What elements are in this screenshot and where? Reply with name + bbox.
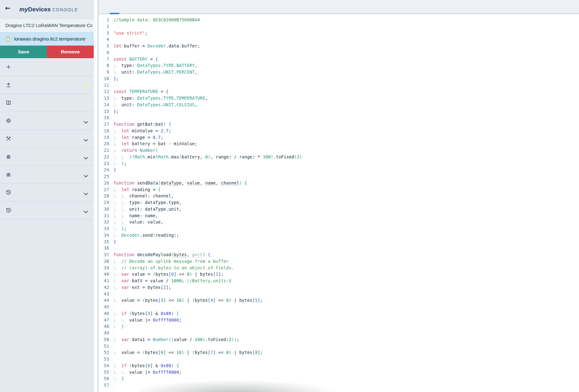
indent-guide: [114, 323, 121, 330]
sidebar-item-device-session[interactable]: [0, 184, 94, 202]
sidebar-item-import-codec[interactable]: [0, 76, 94, 94]
code-line[interactable]: 55value·|=·0xffff0000;: [98, 369, 579, 376]
code-line[interactable]: 26function·sendData(dataType,·value,·nam…: [98, 180, 579, 186]
code-line[interactable]: 23);: [98, 160, 579, 167]
line-number: 28: [98, 193, 114, 199]
back-button[interactable]: ←: [5, 5, 11, 12]
code-line[interactable]: 39//·(array)·of·bytes·to·an·object·of·fi…: [98, 265, 579, 271]
indent-guide: [114, 219, 121, 225]
code-line[interactable]: 45: [98, 304, 579, 310]
code-line[interactable]: 46if·(bytes[3]·&·0x80)·{: [98, 310, 579, 317]
code-line[interactable]: 52value·=·(bytes[6]·<<·16)·|·(bytes[7]·<…: [98, 349, 579, 356]
code-line[interactable]: 2: [98, 23, 579, 30]
line-number: 47: [98, 317, 114, 323]
code-line[interactable]: 17function·getBat(bat)·{: [98, 121, 579, 128]
code-line[interactable]: 28channel:·channel,: [98, 193, 579, 199]
chevron-down-icon[interactable]: [84, 191, 88, 194]
code-line[interactable]: 51: [98, 343, 579, 350]
chevron-down-icon[interactable]: [84, 155, 88, 158]
line-number: 5: [98, 43, 114, 49]
code-line[interactable]: 36: [98, 245, 579, 251]
code-line[interactable]: 7const·BATTERY·=·{: [98, 56, 579, 63]
code-line[interactable]: 21return·Number(: [98, 147, 579, 154]
tab-readme-md[interactable]: [148, 0, 157, 14]
sidebar-item-device-options[interactable]: [0, 202, 94, 219]
code-line[interactable]: 3"use·strict";: [98, 30, 579, 36]
code-line[interactable]: 38//·Decode·an·uplink·message·from·a·buf…: [98, 258, 579, 265]
code-line[interactable]: 35}: [98, 239, 579, 245]
editor-tabbar: [98, 0, 579, 14]
code-line[interactable]: 43: [98, 291, 579, 297]
chevron-down-icon[interactable]: [84, 137, 88, 140]
code-line[interactable]: 9unit:·DataTypes.UNIT.PERCENT,: [98, 69, 579, 75]
code-line[interactable]: 48}: [98, 323, 579, 330]
code-line[interactable]: 37function·decodePayload(bytes,·port)·{: [98, 251, 579, 258]
code-line[interactable]: 31name:·name,: [98, 213, 579, 219]
chevron-down-icon[interactable]: [84, 173, 88, 176]
codec-title[interactable]: Dragino LTC2 LoRaWAN Temperature Cc: [0, 19, 94, 32]
code-line[interactable]: 10};: [98, 75, 579, 82]
indent-guide: [114, 186, 121, 193]
sidebar-item-encoder-debug[interactable]: [0, 166, 94, 184]
code-line[interactable]: 27let·reading·=·{: [98, 186, 579, 193]
code-line[interactable]: 6: [98, 49, 579, 56]
line-number: 22: [98, 154, 114, 160]
code-line[interactable]: 30unit:·dataType.unit,: [98, 206, 579, 213]
selected-codec-item[interactable]: lorawan.dragino.ltc2.temperature: [0, 32, 94, 46]
code-line[interactable]: 40var·value·=·(bytes[0]·<<·8)·|·bytes[1]…: [98, 271, 579, 278]
indent-guide: [114, 62, 121, 69]
code-line[interactable]: 8type:·DataTypes.TYPE.BATTERY,: [98, 62, 579, 69]
sidebar-item-codec-options[interactable]: [0, 112, 94, 130]
sidebar-item-decoder-builder[interactable]: [0, 130, 94, 148]
code-line[interactable]: 42var·ext·=·bytes[2];: [98, 284, 579, 291]
code-line[interactable]: 13type:·DataTypes.TYPE.TEMPERATURE,: [98, 95, 579, 102]
code-line[interactable]: 32value:·value,: [98, 219, 579, 225]
sidebar-scrollbar-track[interactable]: [94, 0, 98, 392]
code-line[interactable]: 12const·TEMPERATURE·=·{: [98, 88, 579, 95]
code-line[interactable]: 41var·batV·=·value·/·1000;·//Battery,uni…: [98, 278, 579, 284]
code-line[interactable]: 22((Math.min(Math.max(battery,·0),·range…: [98, 154, 579, 160]
code-line[interactable]: 15};: [98, 108, 579, 115]
code-line[interactable]: 14unit:·DataTypes.UNIT.CELSIUS,: [98, 102, 579, 108]
sidebar-item-new-codec[interactable]: [0, 58, 94, 76]
code-line[interactable]: 33};: [98, 225, 579, 232]
sidebar-item-decoder-debug[interactable]: [0, 148, 94, 166]
code-line[interactable]: 4: [98, 36, 579, 43]
tab-encoder-js[interactable]: [129, 0, 138, 14]
code-line[interactable]: 18let·minValue·=·2.7;: [98, 128, 579, 134]
line-number: 15: [98, 108, 114, 115]
code-line[interactable]: 54if·(bytes[6]·&·0x80)·{: [98, 362, 579, 369]
indent-guide: [121, 219, 129, 225]
code-line[interactable]: 34Decoder.send(reading);: [98, 232, 579, 239]
code-line[interactable]: 29type:·dataType.type,: [98, 199, 579, 206]
code-line[interactable]: 5let·buffer·=·Decoder.data.buffer;: [98, 43, 579, 49]
code-line[interactable]: 16: [98, 114, 579, 121]
remove-button[interactable]: Remove: [47, 46, 94, 58]
code-line[interactable]: 44value·=·(bytes[3]·<<·16)·|·(bytes[4]·<…: [98, 297, 579, 304]
code-line[interactable]: 56}: [98, 375, 579, 382]
chevron-down-icon[interactable]: [84, 119, 88, 122]
code-line[interactable]: 20let·battery·=·bat·-·minValue;: [98, 141, 579, 147]
code-line[interactable]: 53: [98, 356, 579, 362]
code-line[interactable]: 57: [98, 382, 579, 389]
indent-guide: [114, 317, 121, 323]
logo-brand-prefix: my: [19, 6, 28, 13]
save-button[interactable]: Save: [0, 46, 47, 58]
code-line[interactable]: 24}: [98, 167, 579, 173]
code-line[interactable]: 25: [98, 173, 579, 180]
code-line[interactable]: 49: [98, 330, 579, 336]
indent-guide: [114, 258, 121, 265]
tab-setup-js[interactable]: [138, 0, 148, 14]
sidebar-item-codec-library[interactable]: [0, 94, 94, 112]
tab-decoder-test-json[interactable]: [119, 0, 129, 14]
code-line[interactable]: 11: [98, 82, 579, 89]
code-line[interactable]: 47value·|=·0xffff0000;: [98, 317, 579, 323]
indent-guide: [114, 206, 121, 213]
tab-decoder-js[interactable]: [110, 0, 119, 14]
tab-common-js[interactable]: [100, 0, 110, 14]
code-editor[interactable]: 1//Sample·data:·0E3C02000B75000BA423"use…: [98, 14, 579, 392]
chevron-down-icon[interactable]: [84, 209, 88, 212]
code-line[interactable]: 1//Sample·data:·0E3C02000B75000BA4: [98, 17, 579, 23]
code-line[interactable]: 50var·data1·=·Number((value·/·100).toFix…: [98, 336, 579, 343]
code-line[interactable]: 19let·range·=·0.7;: [98, 134, 579, 141]
